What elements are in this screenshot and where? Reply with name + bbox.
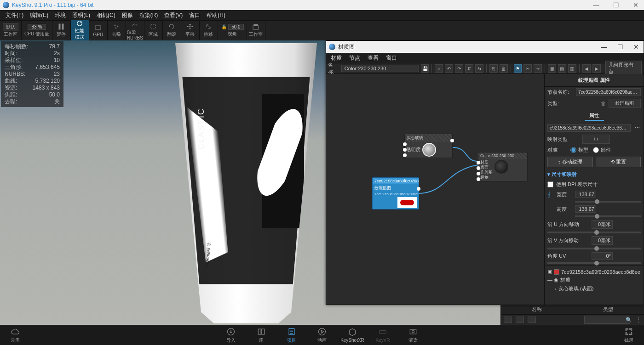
cloud-library-button[interactable]: 云库 — [0, 325, 30, 345]
close-button[interactable]: ✕ — [630, 1, 641, 9]
gpu-button[interactable]: GPU — [89, 20, 108, 40]
mt-fwd-icon[interactable]: ▶ — [592, 64, 601, 73]
use-dpi-checkbox[interactable] — [547, 181, 553, 187]
port-out[interactable] — [450, 139, 454, 142]
type-delete-icon[interactable]: 🗑 — [601, 101, 606, 106]
material-search-input[interactable] — [584, 316, 630, 324]
cpu-usage[interactable]: CPU 使用量 — [22, 20, 52, 40]
menu-image[interactable]: 图像 — [119, 11, 136, 20]
angle-slider[interactable] — [547, 262, 641, 264]
menu-edit[interactable]: 编辑(E) — [27, 11, 51, 20]
width-slider[interactable] — [575, 201, 641, 203]
matlist-col-name[interactable]: 名称 — [501, 305, 573, 314]
fov-control[interactable]: 🔒 视角 — [218, 20, 247, 40]
mt-undo-icon[interactable]: ↶ — [445, 64, 453, 73]
menu-file[interactable]: 文件(F) — [3, 11, 26, 20]
node-material[interactable]: Color:230:230:230 材质 表面 几何图 标签 — [478, 152, 528, 181]
matwin-menu-view[interactable]: 查看 — [366, 53, 380, 63]
mt-search-icon[interactable]: ⌕ — [435, 64, 443, 73]
mt-save-icon[interactable]: 💾 — [421, 64, 429, 73]
material-menu-icon[interactable]: ⋮ — [636, 317, 641, 323]
region-button[interactable]: 区域 — [144, 20, 163, 40]
mt-cut-icon[interactable]: ✂ — [523, 64, 532, 73]
animation-button[interactable]: 动画 — [307, 325, 337, 345]
mt-redo-icon[interactable]: ↷ — [455, 64, 463, 73]
angle-input[interactable]: 0° — [592, 252, 613, 260]
node-name-field[interactable]: 7ce92158c3a69f6c0298aecb8d — [576, 88, 641, 96]
tree-item-material[interactable]: — ◉材质 — [547, 276, 641, 284]
render-button[interactable]: 渲染 — [398, 325, 428, 345]
height-input[interactable]: 138.67 — [575, 205, 596, 213]
type-field[interactable]: 纹理贴图 — [609, 99, 641, 108]
tumble-button[interactable]: 翻滚 — [163, 20, 181, 40]
pan-button[interactable]: 平移 — [181, 20, 200, 40]
shift-u-input[interactable]: 0毫米 — [592, 220, 613, 229]
studio-button[interactable]: 工作室 — [247, 20, 265, 40]
height-slider[interactable] — [575, 215, 641, 217]
keyvr-button[interactable]: KeyVR — [368, 325, 398, 345]
search-icon[interactable]: 🔍 — [626, 317, 632, 323]
port-in[interactable] — [477, 177, 480, 181]
matlist-col-type[interactable]: 类型 — [573, 305, 644, 314]
width-input[interactable]: 138.67 — [575, 191, 596, 198]
link-icon[interactable]: 𝄞 — [547, 192, 554, 198]
map-type-select[interactable]: 框 — [582, 135, 610, 144]
node-graph-canvas[interactable]: 实心玻璃 透明度 Color:230:230:230 材质 表 — [326, 74, 544, 305]
nurbs-button[interactable]: 渲染NURBS — [126, 20, 144, 40]
denoise-button[interactable]: 去噪 — [108, 20, 126, 40]
menu-help[interactable]: 帮助(H) — [204, 11, 228, 20]
mt-grid1-icon[interactable]: ▦ — [548, 64, 556, 73]
mat-name-value[interactable]: Color:230:230:230 — [341, 65, 419, 72]
dolly-button[interactable]: 推移 — [200, 20, 218, 40]
matwin-menu-node[interactable]: 节点 — [347, 53, 362, 63]
lock-icon[interactable]: 🔒 — [221, 24, 227, 30]
mt-back-icon[interactable]: ◀ — [582, 64, 591, 73]
tree-item-texture[interactable]: ▣7ce92158c3a69f6c0298aecb8d8ee — [547, 268, 641, 276]
file-field[interactable]: e92158c3a69f6c0298aecb8d8ee368.jpg — [547, 124, 631, 132]
port-in[interactable] — [477, 161, 480, 164]
reset-button[interactable]: ⟲ 重置 — [596, 157, 641, 167]
mt-flag-icon[interactable]: ⚑ — [514, 64, 522, 73]
menu-camera[interactable]: 相机(C) — [94, 11, 118, 20]
viewport[interactable]: 每秒帧数:79.7 时间:2s 采样值:10 三角形:7,653,645 NUR… — [0, 40, 644, 325]
shift-v-input[interactable]: 0毫米 — [592, 236, 613, 245]
mt-align-v-icon[interactable]: ⇵ — [465, 64, 473, 73]
shift-u-slider[interactable] — [547, 232, 641, 233]
port-in[interactable] — [403, 148, 407, 152]
matwin-minimize[interactable]: — — [599, 43, 609, 51]
matwin-maximize[interactable]: ☐ — [615, 43, 625, 51]
align-part-radio[interactable]: 部件 — [593, 147, 611, 153]
import-button[interactable]: 导入 — [216, 325, 246, 345]
maximize-button[interactable]: ☐ — [610, 1, 622, 9]
mt-link-icon[interactable]: ⇢ — [534, 64, 542, 73]
matwin-titlebar[interactable]: 材质图 — ☐ ✕ — [326, 41, 644, 53]
tab-attr[interactable]: 属性 — [585, 111, 604, 121]
view-list-icon[interactable] — [504, 317, 512, 323]
port-in[interactable] — [403, 142, 407, 146]
align-model-radio[interactable]: 模型 — [570, 147, 588, 153]
menu-lighting[interactable]: 照明(L) — [69, 11, 93, 20]
mt-delete-icon[interactable]: 🗑 — [500, 64, 508, 73]
file-browse-icon[interactable]: ⋯ — [633, 125, 641, 131]
screenshot-button[interactable]: 截屏 — [614, 325, 644, 345]
menu-view[interactable]: 查看(V) — [161, 11, 185, 20]
default-workspace[interactable]: 默认 工作区 — [0, 20, 22, 40]
cpu-usage-input[interactable] — [28, 24, 46, 30]
pause-button[interactable]: 暂停 — [52, 20, 71, 40]
fov-input[interactable] — [228, 24, 244, 30]
mt-grid2-icon[interactable]: ▤ — [558, 64, 566, 73]
project-button[interactable]: 项目 — [276, 325, 307, 345]
keyshotxr-button[interactable]: KeyShotXR — [337, 325, 368, 345]
mt-align-h-icon[interactable]: ⇆ — [475, 64, 483, 73]
matwin-close[interactable]: ✕ — [632, 43, 641, 51]
shift-v-slider[interactable] — [547, 248, 641, 249]
node-texture[interactable]: 7ce92158c3a69f6c0298aecb… 纹理贴图 7ce92158c… — [372, 177, 419, 209]
port-out[interactable] — [417, 187, 420, 191]
minimize-button[interactable]: — — [590, 1, 602, 9]
view-details-icon[interactable] — [528, 317, 536, 323]
view-grid-icon[interactable] — [516, 317, 524, 323]
performance-mode-button[interactable]: 性能模式 — [71, 20, 89, 40]
port-in[interactable] — [477, 172, 480, 175]
size-section-header[interactable]: 尺寸和映射 — [545, 169, 644, 180]
port-in[interactable] — [403, 153, 407, 157]
